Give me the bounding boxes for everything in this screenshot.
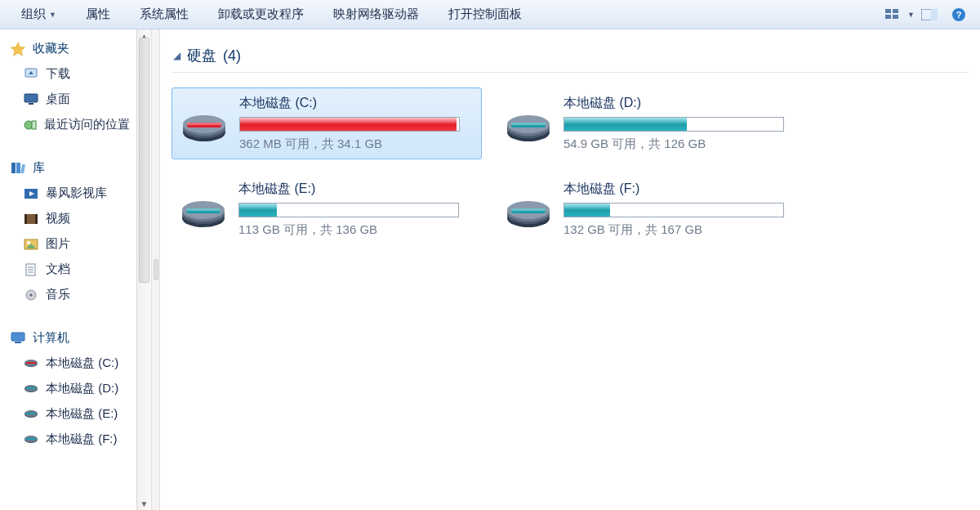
svg-rect-15 [11, 163, 16, 173]
drive-blue-icon [23, 432, 39, 447]
sidebar-item-label: 文档 [46, 262, 70, 277]
properties-button[interactable]: 属性 [71, 7, 125, 22]
drive-name: 本地磁盘 (C:) [239, 95, 473, 112]
organize-button[interactable]: 组织 ▼ [7, 7, 71, 22]
documents-icon [23, 262, 39, 277]
sidebar-item-label: 最近访问的位置 [44, 117, 130, 132]
sidebar-item-videos[interactable]: 视频 [0, 206, 136, 231]
section-divider [172, 72, 969, 73]
svg-rect-69 [511, 208, 546, 211]
recent-icon [23, 118, 38, 132]
svg-rect-2 [885, 15, 891, 19]
sidebar-item-desktop[interactable]: 桌面 [0, 87, 136, 112]
svg-rect-51 [187, 123, 221, 125]
drive-icon [180, 100, 228, 147]
drive-card[interactable]: 本地磁盘 (F:) 132 GB 可用，共 167 GB [497, 174, 807, 244]
open-control-panel-button[interactable]: 打开控制面板 [434, 7, 537, 22]
svg-rect-22 [35, 214, 38, 224]
video-lib-icon [23, 186, 39, 201]
sidebar-item-label: 桌面 [46, 92, 70, 107]
svg-point-31 [30, 293, 33, 296]
svg-rect-12 [29, 103, 33, 105]
sidebar-item-label: 下载 [46, 66, 70, 82]
uninstall-programs-button[interactable]: 卸载或更改程序 [203, 7, 318, 22]
drive-info: 本地磁盘 (F:) 132 GB 可用，共 167 GB [564, 181, 799, 238]
drive-usage-bar [239, 117, 460, 132]
drives-grid: 本地磁盘 (C:) 362 MB 可用，共 34.1 GB 本地磁盘 (D:) … [172, 87, 969, 244]
svg-rect-32 [11, 333, 24, 341]
drive-info: 本地磁盘 (E:) 113 GB 可用，共 136 GB [238, 181, 474, 238]
sidebar-item-label: 本地磁盘 (E:) [46, 406, 118, 422]
svg-rect-42 [26, 413, 36, 414]
drive-info: 本地磁盘 (D:) 54.9 GB 可用，共 126 GB [564, 95, 799, 152]
sidebar-item-music[interactable]: 音乐 [0, 282, 136, 307]
drive-card[interactable]: 本地磁盘 (D:) 54.9 GB 可用，共 126 GB [497, 87, 807, 159]
system-properties-button[interactable]: 系统属性 [125, 7, 203, 22]
svg-marker-8 [11, 42, 25, 56]
drive-card[interactable]: 本地磁盘 (E:) 113 GB 可用，共 136 GB [172, 174, 482, 244]
sidebar-header-computer[interactable]: 计算机 [0, 325, 136, 351]
sidebar-item-label: 暴风影视库 [46, 186, 107, 201]
svg-rect-11 [24, 94, 38, 102]
drive-stats: 113 GB 可用，共 136 GB [238, 222, 474, 238]
svg-rect-45 [26, 438, 36, 440]
drive-icon [505, 186, 552, 233]
section-count: (4) [223, 47, 241, 65]
sidebar-item-documents[interactable]: 文档 [0, 257, 136, 282]
drive-info: 本地磁盘 (C:) 362 MB 可用，共 34.1 GB [239, 95, 473, 152]
libraries-icon [10, 161, 26, 176]
sidebar-item-stormvideo[interactable]: 暴风影视库 [0, 181, 136, 206]
sidebar-item-label: 视频 [46, 211, 70, 226]
svg-rect-33 [15, 342, 21, 343]
preview-pane-icon [921, 9, 938, 20]
desktop-icon [23, 92, 39, 107]
sidebar-item-drive-f[interactable]: 本地磁盘 (F:) [0, 427, 136, 452]
grip-icon [154, 259, 158, 280]
music-icon [23, 288, 39, 302]
sidebar-scrollbar[interactable]: ▲ ▼ [137, 29, 152, 510]
sidebar-item-drive-e[interactable]: 本地磁盘 (E:) [0, 401, 136, 427]
drive-blue-icon [23, 407, 39, 422]
main-area: 收藏夹 下载 桌面 最近访问的位置 库 暴风影视库 [0, 29, 980, 510]
sidebar-item-recent-places[interactable]: 最近访问的位置 [0, 112, 136, 137]
svg-rect-0 [885, 9, 891, 13]
sidebar-item-label: 图片 [46, 236, 70, 252]
drive-usage-bar [564, 203, 784, 217]
section-header-harddrives[interactable]: ◢ 硬盘 (4) [172, 46, 969, 65]
splitter-handle[interactable] [152, 29, 160, 510]
section-label: 硬盘 [187, 46, 216, 65]
drive-icon [180, 186, 227, 233]
sidebar-item-drive-d[interactable]: 本地磁盘 (D:) [0, 376, 136, 401]
svg-rect-63 [186, 208, 220, 211]
svg-text:?: ? [956, 10, 962, 20]
drive-blue-icon [23, 382, 39, 396]
drive-card[interactable]: 本地磁盘 (C:) 362 MB 可用，共 34.1 GB [172, 87, 482, 159]
organize-label: 组织 [21, 7, 46, 22]
svg-rect-21 [24, 214, 27, 224]
svg-rect-1 [893, 9, 898, 13]
sidebar-group-favorites: 收藏夹 下载 桌面 最近访问的位置 [0, 36, 136, 137]
sidebar-group-computer: 计算机 本地磁盘 (C:) 本地磁盘 (D:) 本地磁盘 (E:) 本地磁盘 (… [0, 325, 136, 452]
help-button[interactable]: ? [947, 5, 970, 25]
sidebar-header-label: 计算机 [33, 330, 69, 346]
sidebar-item-pictures[interactable]: 图片 [0, 231, 136, 257]
sidebar-header-libraries[interactable]: 库 [0, 155, 136, 181]
map-network-drive-button[interactable]: 映射网络驱动器 [318, 7, 434, 22]
svg-rect-17 [20, 163, 25, 173]
preview-pane-button[interactable] [918, 5, 941, 25]
sidebar-item-downloads[interactable]: 下载 [0, 61, 136, 87]
sidebar-group-libraries: 库 暴风影视库 视频 图片 文档 音乐 [0, 155, 136, 307]
drive-name: 本地磁盘 (E:) [238, 181, 474, 198]
drive-stats: 54.9 GB 可用，共 126 GB [564, 136, 799, 152]
sidebar-item-drive-c[interactable]: 本地磁盘 (C:) [0, 351, 136, 376]
drive-red-icon [23, 356, 39, 371]
svg-rect-36 [26, 362, 36, 364]
help-icon: ? [951, 7, 966, 22]
scrollbar-thumb[interactable] [139, 38, 149, 283]
sidebar-header-label: 库 [33, 160, 45, 176]
sidebar-header-favorites[interactable]: 收藏夹 [0, 36, 136, 61]
sidebar-item-label: 本地磁盘 (D:) [46, 381, 118, 396]
chevron-down-icon[interactable]: ▼ [907, 11, 915, 19]
computer-icon [10, 331, 26, 346]
change-view-button[interactable] [881, 5, 904, 25]
